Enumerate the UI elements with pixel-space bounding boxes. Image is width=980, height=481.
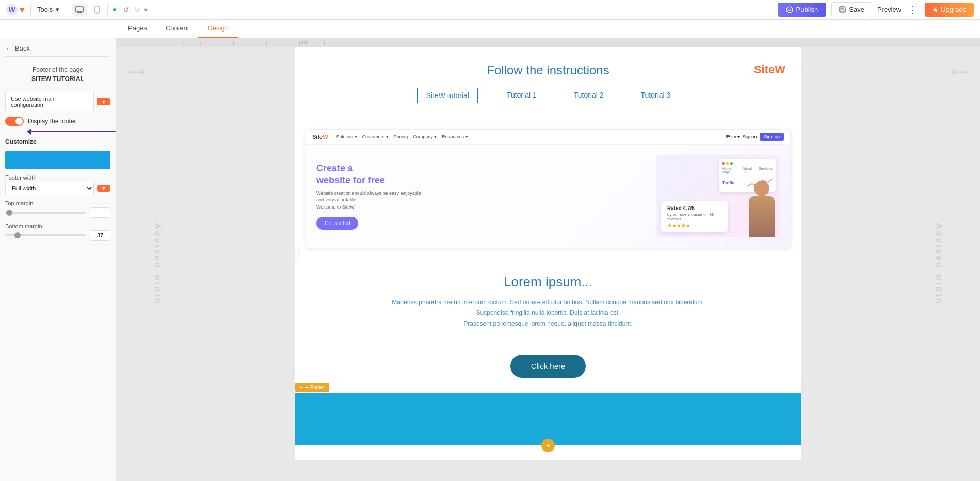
browser-dots bbox=[722, 162, 773, 165]
canvas-area: | | | | | | | | 900 | → Advised width ‹ bbox=[116, 38, 980, 481]
lorem-section: Lorem ipsum... Macenas pharetra metud in… bbox=[295, 259, 801, 344]
publish-button[interactable]: Publish bbox=[778, 3, 827, 17]
bottom-margin-slider[interactable] bbox=[5, 234, 86, 236]
color-swatch[interactable] bbox=[5, 151, 110, 169]
preview-hero-text: Create a website for free Website creati… bbox=[316, 163, 646, 230]
tab-pages[interactable]: Pages bbox=[119, 20, 156, 38]
nav-item-solution: Solution ▾ bbox=[336, 134, 357, 139]
footer-width-select[interactable]: Full width bbox=[5, 182, 94, 195]
divider-1 bbox=[30, 5, 31, 15]
display-footer-row: Display the footer bbox=[5, 117, 110, 126]
main-layout: ← Back Footer of the page SITEW TUTORIAL… bbox=[0, 38, 980, 481]
save-icon bbox=[839, 6, 846, 13]
hero-cta-btn[interactable]: Get started bbox=[316, 217, 358, 230]
divider-3 bbox=[107, 5, 108, 15]
more-menu-btn[interactable]: ⋮ bbox=[906, 4, 920, 15]
preview-hero-image: Home pageAbout usServices Traffic bbox=[656, 155, 780, 237]
panel-title: Footer of the page SITEW TUTORIAL bbox=[5, 62, 110, 87]
svg-rect-2 bbox=[76, 7, 83, 12]
top-margin-row bbox=[5, 207, 110, 218]
preview-hero-subtitle: Website creation should always be easy, … bbox=[316, 190, 646, 211]
browser-tabs: Home pageAbout usServices bbox=[722, 167, 773, 174]
top-margin-slider[interactable] bbox=[5, 212, 86, 214]
top-margin-thumb[interactable] bbox=[6, 210, 12, 216]
top-margin-section: Top margin bbox=[5, 200, 110, 218]
dot-red bbox=[722, 162, 725, 165]
top-margin-input[interactable] bbox=[90, 207, 110, 218]
desktop-btn[interactable] bbox=[72, 4, 87, 16]
rating-title: Rated 4.7/5 bbox=[667, 205, 722, 211]
footer-add-btn[interactable]: + bbox=[541, 439, 555, 452]
footer-label-badge[interactable]: •• •• Footer bbox=[295, 383, 329, 392]
back-button[interactable]: ← Back bbox=[5, 44, 110, 57]
bottom-margin-thumb[interactable] bbox=[14, 232, 21, 238]
redo-btn[interactable]: ↻ bbox=[134, 6, 140, 14]
config-main-btn[interactable]: Use website main configuration bbox=[5, 92, 94, 111]
display-footer-toggle[interactable] bbox=[5, 117, 24, 126]
device-buttons bbox=[72, 4, 117, 16]
sitew-logo-text: SiteW bbox=[754, 63, 785, 76]
desktop-icon bbox=[75, 6, 84, 13]
left-panel: ← Back Footer of the page SITEW TUTORIAL… bbox=[0, 38, 116, 481]
tab-content-label: Content bbox=[166, 24, 189, 32]
back-label: Back bbox=[15, 44, 30, 52]
subnav: Pages Content Design bbox=[0, 20, 980, 38]
click-here-button[interactable]: Click here bbox=[510, 355, 586, 378]
advised-width-label-right: Advised width bbox=[934, 223, 943, 306]
status-indicator bbox=[112, 7, 117, 12]
display-footer-label: Display the footer bbox=[28, 118, 76, 125]
page-header: SiteW Follow the instructions SiteW tuto… bbox=[295, 47, 801, 124]
tab-content[interactable]: Content bbox=[156, 20, 199, 38]
advised-width-left: → Advised width bbox=[116, 47, 199, 481]
logo-chevron[interactable]: ▾ bbox=[20, 4, 24, 15]
bottom-margin-section: Bottom margin bbox=[5, 223, 110, 241]
w-logo-icon: W bbox=[6, 4, 18, 15]
tools-label: Tools bbox=[37, 6, 53, 13]
history-controls: ↺ ↻ ▾ bbox=[123, 6, 148, 14]
tab-design[interactable]: Design bbox=[198, 20, 237, 38]
signup-btn[interactable]: Sign up bbox=[760, 133, 784, 141]
sitew-logo-area: SiteW bbox=[754, 63, 785, 76]
canvas-inner: → Advised width ‹ SiteW Follow the instr… bbox=[116, 47, 980, 481]
upgrade-button[interactable]: Upgrade bbox=[925, 3, 974, 17]
tab-design-label: Design bbox=[207, 24, 228, 32]
undo-btn[interactable]: ↺ bbox=[123, 6, 130, 14]
svg-rect-10 bbox=[841, 7, 843, 9]
arrow-right-icon: → bbox=[121, 53, 152, 88]
website-preview: SiteW Solution ▾ Customers ▾ Pricing Com… bbox=[306, 129, 791, 248]
signin-link[interactable]: Sign in bbox=[743, 134, 757, 139]
save-button[interactable]: Save bbox=[831, 2, 872, 17]
width-dropdown-btn[interactable]: ▾ bbox=[97, 185, 110, 192]
config-dropdown-btn[interactable]: ▾ bbox=[97, 98, 110, 105]
star-icon bbox=[932, 7, 938, 13]
mobile-icon bbox=[94, 6, 100, 14]
bottom-margin-input[interactable] bbox=[90, 230, 110, 241]
publish-label: Publish bbox=[796, 6, 818, 13]
save-label: Save bbox=[849, 6, 864, 13]
footer-dots-icon: •• bbox=[299, 384, 303, 390]
hero-title-3: for free bbox=[353, 175, 385, 185]
mobile-btn[interactable] bbox=[90, 4, 104, 16]
customize-label: Customize bbox=[5, 138, 110, 146]
preview-button[interactable]: Preview bbox=[877, 6, 901, 13]
app-logo[interactable]: W ▾ bbox=[6, 4, 24, 15]
lang-selector[interactable]: 🏴 En ▾ bbox=[725, 135, 740, 139]
page-tab-0[interactable]: SiteW tutorial bbox=[417, 88, 478, 103]
history-chevron[interactable]: ▾ bbox=[144, 6, 148, 14]
arrow-left-icon: ← bbox=[944, 53, 975, 88]
lorem-title: Lorem ipsum... bbox=[326, 274, 770, 290]
preview-hero-title: Create a website for free bbox=[316, 163, 646, 187]
page-tab-1[interactable]: Tutorial 1 bbox=[499, 88, 545, 103]
person-body bbox=[749, 196, 775, 237]
page-tab-3[interactable]: Tutorial 3 bbox=[633, 88, 679, 103]
panel-title-line2: SITEW TUTORIAL bbox=[5, 74, 110, 84]
preview-nav: SiteW Solution ▾ Customers ▾ Pricing Com… bbox=[306, 130, 790, 145]
click-here-label: Click here bbox=[531, 362, 566, 371]
footer-width-label: Footer width bbox=[5, 174, 110, 181]
page-title: Follow the instructions bbox=[306, 63, 791, 77]
collapse-sidebar-btn[interactable]: ‹ bbox=[295, 248, 300, 260]
tab-pages-label: Pages bbox=[128, 24, 147, 32]
preview-rating-card: Rated 4.7/5 by our users based on 98 rev… bbox=[661, 201, 728, 232]
page-tab-2[interactable]: Tutorial 2 bbox=[566, 88, 612, 103]
tools-menu[interactable]: Tools ▾ bbox=[37, 6, 59, 13]
